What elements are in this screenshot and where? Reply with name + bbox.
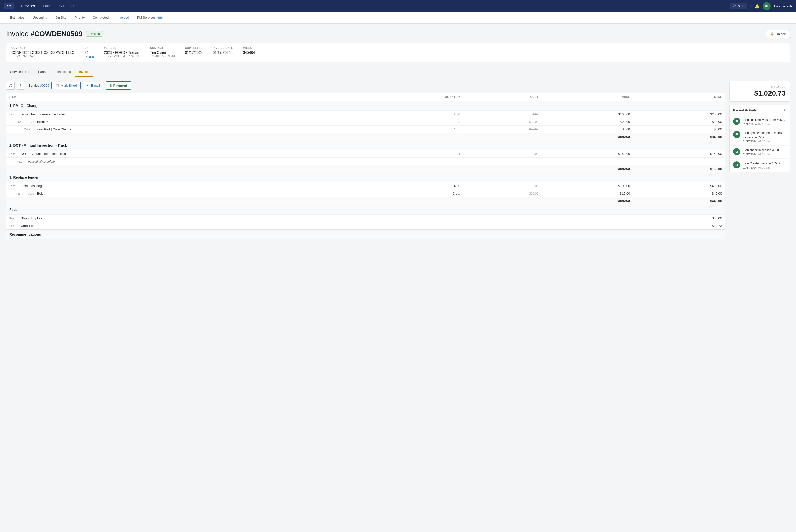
mark-billed-button[interactable]: 📋 Mark Billed	[51, 81, 80, 89]
tab-technicians[interactable]: Technicians	[50, 68, 75, 77]
vehicle-name: 2023 • FORD • Transit	[104, 51, 140, 55]
meta-company: COMPANY CONNECT LOGISTICS DISPATCH LLC U…	[11, 47, 74, 59]
fee-row-1: Fee Shop Supplies	[6, 214, 355, 222]
collapse-activity-button[interactable]: ▲	[783, 108, 786, 112]
col-item: ITEM	[6, 93, 355, 101]
nav-parts[interactable]: Parts	[39, 0, 55, 12]
table-row: Labor DOT - Annual Inspection - Truck 1 …	[6, 150, 725, 158]
activity-item-3: EI Elon check in service #0509 01/17/202…	[729, 146, 790, 159]
activity-content-2: Elon updated the price matrix for servic…	[743, 131, 786, 143]
unlock-button[interactable]: 🔒 Unlock	[766, 30, 790, 38]
subnav-estimates[interactable]: Estimates	[6, 12, 29, 23]
invoice-date: 01/17/2024	[213, 51, 233, 55]
activity-text-4: Elon Created service #0509	[743, 161, 780, 166]
tab-parts[interactable]: Parts	[34, 68, 50, 77]
invoice-date-label: INVOICE DATE	[213, 47, 233, 50]
download-button[interactable]: ⬇	[17, 81, 25, 90]
table-row: Part 1234 BreakPad 1 pr. $90.00 $90.00 $…	[6, 118, 725, 126]
subnav-upcoming[interactable]: Upcoming	[29, 12, 52, 23]
activity-item-4: EI Elon Created service #0509 01/17/2024…	[729, 159, 790, 172]
unit-details-link[interactable]: Details	[85, 55, 94, 59]
activity-time-1: 01/17/2024 07:15 pm	[743, 123, 785, 126]
chevron-down-icon[interactable]: ▾	[750, 4, 752, 8]
invoice-table: ITEM QUANTITY COST PRICE TOTAL 1. PM: Oi…	[6, 93, 725, 239]
col-price: PRICE	[541, 93, 633, 101]
page-content: Invoice #COWDEN0509 Invoiced 🔒 Unlock CO…	[0, 24, 796, 245]
subnav-invoiced[interactable]: Invoiced	[113, 12, 133, 23]
nav-customers[interactable]: Customers	[55, 0, 80, 12]
fees-header: Fees	[6, 205, 725, 214]
email-button[interactable]: ✉ E-mail	[82, 81, 104, 89]
top-nav-links: Services Parts Customers	[17, 0, 80, 12]
table-row: Core BreakPad | Core Charge 1 pr. $50.00…	[6, 126, 725, 133]
activity-header: Recent Activity ▲	[729, 105, 790, 115]
service-tabs: Service Items Parts Technicians Invoice	[6, 68, 790, 77]
payment-button[interactable]: $ Payment	[106, 81, 131, 90]
activity-avatar-2: EI	[733, 131, 740, 138]
row-item: Core BreakPad | Core Charge	[6, 126, 355, 133]
fee-row-2: Fee Card Fee	[6, 222, 355, 230]
invoice-toolbar: 🖨 ⬇ Service #0509 📋 Mark Billed ✉ E-mail	[6, 81, 725, 90]
invoice-number: #COWDEN0509	[31, 30, 82, 38]
meta-bar: COMPANY CONNECT LOGISTICS DISPATCH LLC U…	[6, 43, 790, 62]
miles-label: MILES	[243, 47, 255, 50]
activity-time-2: 01/17/2024 07:10 pm	[743, 140, 786, 143]
row-item: Labor remember to grease the trailer	[6, 111, 355, 118]
contact-phone: +1 (485) 556 3544	[150, 55, 175, 58]
invoice-main: 🖨 ⬇ Service #0509 📋 Mark Billed ✉ E-mail	[6, 81, 725, 239]
vehicle-label: VEHICLE	[104, 47, 140, 50]
contact-label: CONTACT	[150, 47, 175, 50]
completed-date: 01/17/2024	[185, 51, 203, 55]
meta-invoice-date: INVOICE DATE 01/17/2024	[213, 47, 233, 59]
subnav-on-site[interactable]: On Site	[52, 12, 71, 23]
row-item: Labor DOT - Annual Inspection - Truck	[6, 150, 355, 158]
col-cost: COST	[463, 93, 541, 101]
balance-amount: $1,020.73	[734, 89, 785, 97]
company-name: CONNECT LOGISTICS DISPATCH LLC	[11, 51, 74, 55]
mark-billed-icon: 📋	[55, 83, 59, 87]
row-item: Labor Front passanger	[6, 182, 355, 190]
activity-item-1: EI Elon finalized work order #0509 01/17…	[729, 115, 790, 129]
email-icon: ✉	[86, 83, 89, 87]
unit-label: UNIT	[85, 47, 94, 50]
nav-services[interactable]: Services	[17, 0, 39, 12]
logo-text: ets	[6, 4, 12, 8]
section-header-2: 2. DOT - Annual Inspection - Truck	[6, 141, 725, 150]
payment-icon: $	[110, 83, 112, 87]
subnav-priority[interactable]: Priority	[71, 12, 89, 23]
table-row: Labor remember to grease the trailer 2:3…	[6, 111, 725, 118]
unit-number: 24	[85, 51, 94, 55]
download-icon: ⬇	[19, 83, 22, 87]
subnav-completed[interactable]: Completed	[89, 12, 113, 23]
section-header-1: 1. PM: Oil Change	[6, 101, 725, 111]
activity-text-1: Elon finalized work order #0509	[743, 118, 785, 122]
subtotal-row-2: Subtotal $150.00	[6, 165, 725, 173]
activity-avatar-3: EI	[733, 148, 740, 155]
print-icon: 🖨	[8, 83, 12, 87]
timer-badge[interactable]: ⏱ 0:00	[730, 3, 747, 10]
print-button[interactable]: 🖨	[6, 81, 15, 90]
timer-value: 0:00	[738, 4, 744, 8]
usdot: USDOT: 3407593	[11, 55, 74, 58]
activity-time-4: 01/17/2024 07:00 pm	[743, 166, 780, 169]
user-name: Illiya Derekh	[774, 4, 792, 8]
top-navigation: ets Services Parts Customers ⏱ 0:00 ▾ 🔔 …	[0, 0, 796, 12]
lock-icon: 🔒	[770, 32, 774, 36]
subnav-pm-services[interactable]: PM Servicesbeta	[133, 12, 167, 23]
row-item: Part 1234 BreakPad	[6, 118, 355, 126]
bell-icon[interactable]: 🔔	[755, 4, 760, 8]
main-layout: 🖨 ⬇ Service #0509 📋 Mark Billed ✉ E-mail	[6, 81, 790, 239]
activity-content-3: Elon check in service #0509 01/17/2024 0…	[743, 148, 780, 156]
app-logo: ets	[4, 3, 14, 10]
col-quantity: QUANTITY	[355, 93, 463, 101]
activity-item-2: EI Elon updated the price matrix for ser…	[729, 129, 790, 146]
service-label: Service #0509	[28, 83, 49, 87]
activity-text-3: Elon check in service #0509	[743, 148, 780, 152]
tab-service-items[interactable]: Service Items	[6, 68, 34, 77]
activity-text-2: Elon updated the price matrix for servic…	[743, 131, 786, 139]
invoice-title: Invoice #COWDEN0509	[6, 30, 82, 38]
activity-title: Recent Activity	[733, 108, 757, 112]
activity-time-3: 01/17/2024 07:01 pm	[743, 153, 780, 156]
tab-invoice[interactable]: Invoice	[75, 68, 93, 77]
meta-miles: MILES 345464	[243, 47, 255, 59]
